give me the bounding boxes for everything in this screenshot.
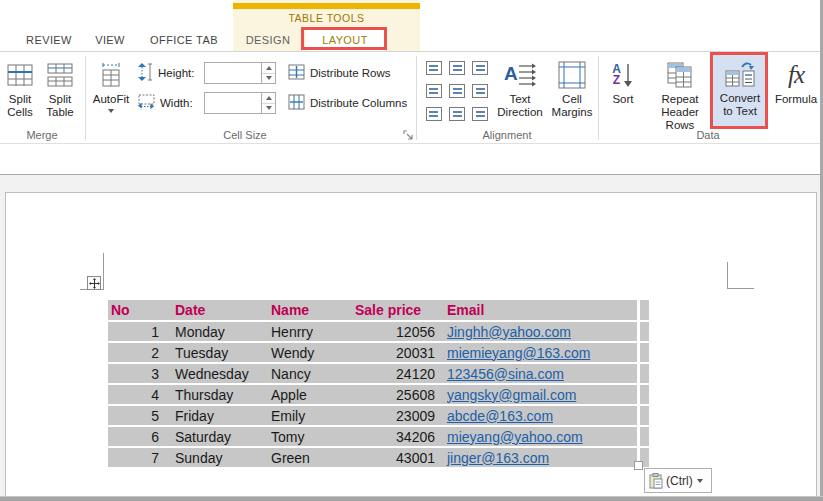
tab-review[interactable]: REVIEW <box>18 29 80 52</box>
table-move-handle[interactable] <box>87 276 101 290</box>
text-direction-a-glyph: A <box>504 63 518 84</box>
right-margin-corner-mark <box>727 262 728 289</box>
height-input[interactable] <box>205 63 261 83</box>
split-cells-icon <box>7 57 33 93</box>
width-spinbox <box>204 92 276 114</box>
cell-size-group-label: Cell Size <box>86 129 404 141</box>
align-center-left-button[interactable] <box>424 81 444 101</box>
tab-view[interactable]: VIEW <box>88 29 132 52</box>
formula-button[interactable]: fx Formula <box>772 57 820 106</box>
data-group-label: Data <box>600 129 816 141</box>
email-link[interactable]: abcde@163.com <box>447 408 553 424</box>
convert-to-text-annotation <box>710 52 768 129</box>
align-center-button[interactable] <box>447 81 467 101</box>
row-height-icon <box>138 63 153 83</box>
cell-price: 25608 <box>352 387 444 403</box>
cell-date: Thursday <box>172 387 268 403</box>
cell-price: 23009 <box>352 408 444 424</box>
cell-margins-button[interactable]: Cell Margins <box>548 57 596 119</box>
align-top-center-button[interactable] <box>447 58 467 78</box>
cell-email: 123456@sina.com <box>444 366 637 382</box>
tab-design[interactable]: DESIGN <box>240 29 296 52</box>
width-spin-down[interactable] <box>262 104 275 114</box>
misspelled-word: Henrry <box>271 324 313 340</box>
row-end-marker <box>640 427 649 446</box>
cell-price: 20031 <box>352 345 444 361</box>
table-tools-accent-bar <box>233 3 420 9</box>
cell-no: 2 <box>108 345 172 361</box>
cell-email: jinger@163.com <box>444 450 637 466</box>
height-spin-down[interactable] <box>262 74 275 84</box>
row-end-marker <box>640 343 649 362</box>
email-link[interactable]: yangsky@gmail.com <box>447 387 576 403</box>
autofit-button[interactable]: AutoFit <box>88 57 134 113</box>
cell-price: 34206 <box>352 429 444 445</box>
sort-button[interactable]: AZ Sort <box>604 57 642 106</box>
cell-email: miemieyang@163.com <box>444 345 637 361</box>
doc-table: NoDateNameSale priceEmail1MondayHenrry12… <box>108 300 637 469</box>
table-resize-handle[interactable] <box>634 461 643 470</box>
table-row: 1MondayHenrry12056Jinghh@yahoo.com <box>108 322 637 341</box>
distribute-rows-button[interactable]: Distribute Rows <box>288 62 391 84</box>
sort-icon: AZ <box>612 57 634 93</box>
clipboard-icon <box>649 473 663 489</box>
cell-date: Wednesday <box>172 366 268 382</box>
cell-email: abcde@163.com <box>444 408 637 424</box>
repeat-header-rows-button[interactable]: Repeat Header Rows <box>648 57 712 132</box>
email-link[interactable]: 123456@sina.com <box>447 366 564 382</box>
word-window: TABLE TOOLS REVIEW VIEW OFFICE TAB DESIG… <box>0 0 823 501</box>
ribbon-inner-divider <box>0 143 823 144</box>
cell-no: 4 <box>108 387 172 403</box>
cell-no: 6 <box>108 429 172 445</box>
align-bottom-right-button[interactable] <box>470 104 490 124</box>
row-end-marker <box>640 322 649 341</box>
repeat-header-rows-icon <box>666 57 694 93</box>
cell-name: Emily <box>268 408 352 424</box>
autofit-dropdown-arrow <box>108 109 114 113</box>
distribute-columns-button[interactable]: Distribute Columns <box>288 92 407 114</box>
right-margin-corner-mark <box>727 288 754 289</box>
cell-margins-icon <box>558 57 586 93</box>
width-input[interactable] <box>205 93 261 113</box>
email-link[interactable]: Jinghh@yahoo.com <box>447 324 571 340</box>
height-spinner <box>261 63 275 83</box>
table-tools-title: TABLE TOOLS <box>233 12 420 24</box>
table-row: 5FridayEmily23009abcde@163.com <box>108 406 637 425</box>
row-end-markers <box>640 300 649 467</box>
email-link[interactable]: mieyang@yahoo.com <box>447 429 583 445</box>
align-center-right-button[interactable] <box>470 81 490 101</box>
autofit-icon <box>100 57 122 93</box>
misspelled-word: Tomy <box>271 429 304 445</box>
tab-bar-divider <box>0 51 823 52</box>
cell-name: Green <box>268 450 352 466</box>
split-table-button[interactable]: Split Table <box>40 57 80 119</box>
distribute-columns-icon <box>288 94 305 112</box>
layout-tab-annotation <box>301 27 387 50</box>
cell-date: Sunday <box>172 450 268 466</box>
group-divider <box>416 56 417 140</box>
cell-no: 1 <box>108 324 172 340</box>
cell-no: 3 <box>108 366 172 382</box>
split-cells-button[interactable]: Split Cells <box>2 57 38 119</box>
email-link[interactable]: jinger@163.com <box>447 450 549 466</box>
cell-date: Monday <box>172 324 268 340</box>
align-bottom-center-button[interactable] <box>447 104 467 124</box>
paste-options-dropdown-arrow <box>697 479 703 483</box>
width-control: Width: <box>138 92 193 114</box>
tab-office-tab[interactable]: OFFICE TAB <box>142 29 226 52</box>
cell-no: 7 <box>108 450 172 466</box>
merge-group-label: Merge <box>0 129 84 141</box>
column-width-icon <box>138 94 155 112</box>
align-bottom-left-button[interactable] <box>424 104 444 124</box>
align-top-left-button[interactable] <box>424 58 444 78</box>
cell-name: Nancy <box>268 366 352 382</box>
align-top-right-button[interactable] <box>470 58 490 78</box>
text-direction-button[interactable]: A Text Direction <box>494 57 546 119</box>
cell-email: Jinghh@yahoo.com <box>444 324 637 340</box>
text-direction-icon: A <box>504 57 536 93</box>
width-spin-up[interactable] <box>262 93 275 104</box>
email-link[interactable]: miemieyang@163.com <box>447 345 590 361</box>
height-spin-up[interactable] <box>262 63 275 74</box>
height-spinbox <box>204 62 276 84</box>
paste-options-button[interactable]: (Ctrl) <box>644 468 712 493</box>
